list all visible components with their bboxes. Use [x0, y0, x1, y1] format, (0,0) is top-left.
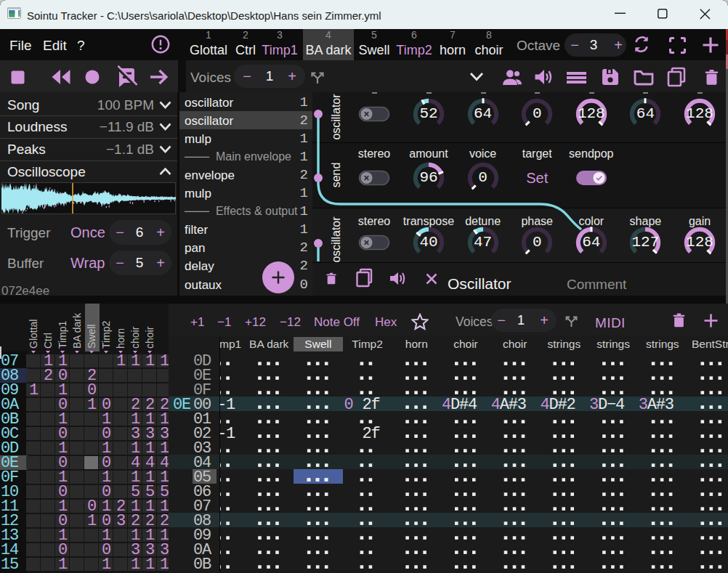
svg-text:Ctrl: Ctrl [42, 333, 54, 349]
svg-text:BA dark: BA dark [71, 312, 83, 349]
svg-text:Glottal: Glottal [28, 320, 39, 349]
svg-text:horn: horn [115, 328, 126, 349]
svg-text:Timp1: Timp1 [57, 320, 68, 349]
svg-text:Timp2: Timp2 [100, 320, 112, 349]
svg-text:Swell: Swell [86, 325, 97, 349]
svg-text:choir: choir [129, 326, 141, 349]
svg-text:choir: choir [144, 326, 155, 349]
